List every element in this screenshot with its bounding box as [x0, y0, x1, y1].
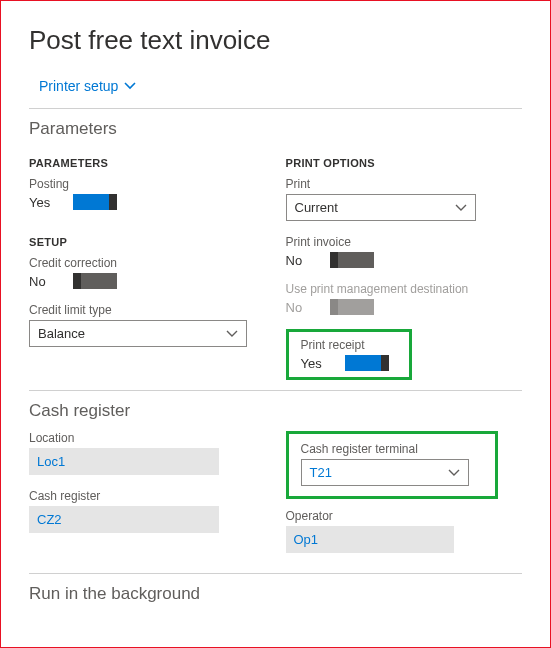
highlight-print-receipt: Print receipt Yes — [286, 329, 412, 380]
credit-correction-toggle[interactable] — [73, 273, 117, 289]
page-title: Post free text invoice — [29, 25, 522, 56]
posting-value: Yes — [29, 195, 55, 210]
operator-value: Op1 — [286, 526, 454, 553]
dialog-post-free-text-invoice: Post free text invoice Printer setup Par… — [0, 0, 551, 648]
chevron-down-icon — [226, 330, 238, 338]
print-invoice-value: No — [286, 253, 312, 268]
posting-toggle[interactable] — [73, 194, 117, 210]
credit-correction-value: No — [29, 274, 55, 289]
field-use-print-mgmt: Use print management destination No — [286, 282, 523, 315]
section-title-cash-register: Cash register — [29, 401, 522, 421]
highlight-terminal: Cash register terminal T21 — [286, 431, 498, 499]
section-title-parameters: Parameters — [29, 119, 522, 139]
field-operator: Operator Op1 — [286, 509, 523, 553]
cash-register-columns: Location Loc1 Cash register CZ2 Cash reg… — [29, 431, 522, 567]
terminal-value: T21 — [310, 465, 332, 480]
divider — [29, 390, 522, 391]
printer-setup-label: Printer setup — [39, 78, 118, 94]
cash-register-label: Cash register — [29, 489, 266, 503]
print-invoice-toggle[interactable] — [330, 252, 374, 268]
use-print-mgmt-toggle — [330, 299, 374, 315]
location-value: Loc1 — [29, 448, 219, 475]
terminal-label: Cash register terminal — [301, 442, 469, 456]
chevron-down-icon — [124, 82, 136, 90]
credit-limit-type-value: Balance — [38, 326, 85, 341]
parameters-columns: PARAMETERS Posting Yes SETUP Credit corr… — [29, 149, 522, 384]
credit-limit-type-select[interactable]: Balance — [29, 320, 247, 347]
print-receipt-label: Print receipt — [301, 338, 389, 352]
print-label: Print — [286, 177, 523, 191]
cash-register-right-col: Cash register terminal T21 Operator Op1 — [286, 431, 523, 567]
subhead-parameters: PARAMETERS — [29, 157, 266, 169]
field-print-invoice: Print invoice No — [286, 235, 523, 268]
section-title-background: Run in the background — [29, 584, 522, 604]
parameters-right-col: PRINT OPTIONS Print Current Print invoic… — [286, 149, 523, 384]
divider — [29, 108, 522, 109]
print-value: Current — [295, 200, 338, 215]
subhead-print-options: PRINT OPTIONS — [286, 157, 523, 169]
cash-register-left-col: Location Loc1 Cash register CZ2 — [29, 431, 266, 567]
parameters-left-col: PARAMETERS Posting Yes SETUP Credit corr… — [29, 149, 266, 384]
use-print-mgmt-value: No — [286, 300, 312, 315]
subhead-setup: SETUP — [29, 236, 266, 248]
location-label: Location — [29, 431, 266, 445]
print-receipt-value: Yes — [301, 356, 327, 371]
credit-limit-type-label: Credit limit type — [29, 303, 266, 317]
posting-label: Posting — [29, 177, 266, 191]
divider — [29, 573, 522, 574]
field-print: Print Current — [286, 177, 523, 221]
operator-label: Operator — [286, 509, 523, 523]
field-credit-limit-type: Credit limit type Balance — [29, 303, 266, 347]
printer-setup-link[interactable]: Printer setup — [39, 78, 136, 94]
chevron-down-icon — [455, 204, 467, 212]
cash-register-value: CZ2 — [29, 506, 219, 533]
terminal-select[interactable]: T21 — [301, 459, 469, 486]
use-print-mgmt-label: Use print management destination — [286, 282, 523, 296]
field-cash-register: Cash register CZ2 — [29, 489, 266, 533]
field-location: Location Loc1 — [29, 431, 266, 475]
print-receipt-toggle[interactable] — [345, 355, 389, 371]
print-select[interactable]: Current — [286, 194, 476, 221]
print-invoice-label: Print invoice — [286, 235, 523, 249]
field-posting: Posting Yes — [29, 177, 266, 210]
field-credit-correction: Credit correction No — [29, 256, 266, 289]
chevron-down-icon — [448, 469, 460, 477]
credit-correction-label: Credit correction — [29, 256, 266, 270]
